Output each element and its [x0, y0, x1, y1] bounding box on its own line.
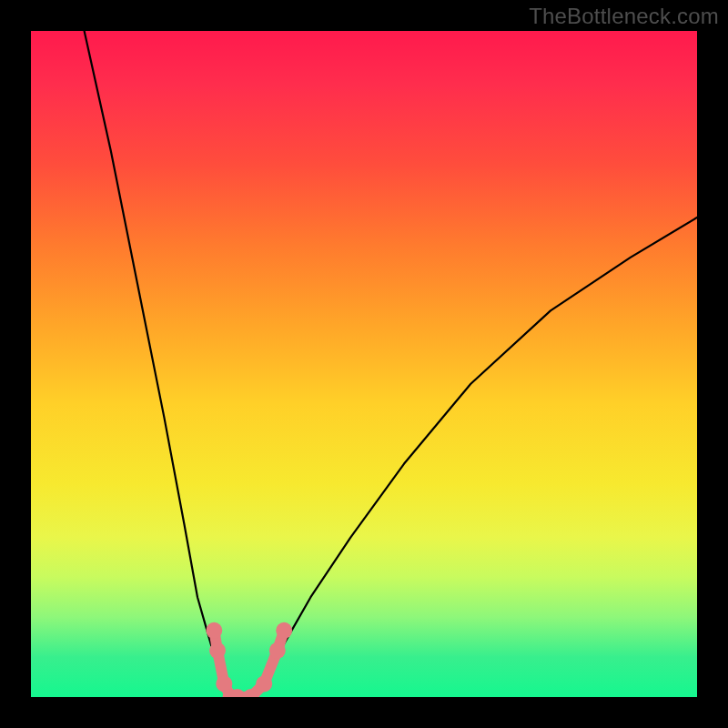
marker-dot — [209, 642, 226, 659]
marker-dot — [269, 642, 286, 659]
chart-svg — [31, 31, 697, 697]
watermark-text: TheBottleneck.com — [529, 4, 719, 29]
curve-left-branch — [85, 31, 231, 697]
curve-right-branch — [251, 217, 697, 697]
chart-frame: TheBottleneck.com — [0, 0, 728, 728]
marker-dot — [276, 622, 292, 639]
marker-dot — [206, 622, 222, 639]
plot-area — [31, 31, 697, 697]
marker-dot — [256, 675, 272, 692]
